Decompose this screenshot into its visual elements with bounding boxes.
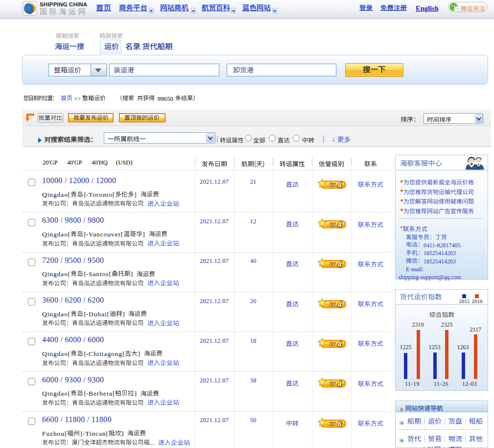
svg-text:6: 6: [338, 419, 342, 427]
svg-text:4: 4: [337, 300, 342, 308]
svg-text:4: 4: [337, 180, 342, 189]
svg-text:LV: LV: [330, 262, 335, 267]
svg-text:LV: LV: [330, 342, 335, 347]
svg-text:LV: LV: [330, 421, 335, 426]
svg-text:LV: LV: [330, 302, 335, 307]
svg-text:LV: LV: [330, 182, 335, 187]
svg-text:4: 4: [337, 260, 342, 268]
svg-text:4: 4: [337, 220, 342, 229]
svg-text:4: 4: [337, 379, 342, 388]
svg-text:LV: LV: [330, 222, 335, 227]
svg-text:LV: LV: [330, 381, 335, 386]
svg-text:4: 4: [337, 339, 342, 348]
